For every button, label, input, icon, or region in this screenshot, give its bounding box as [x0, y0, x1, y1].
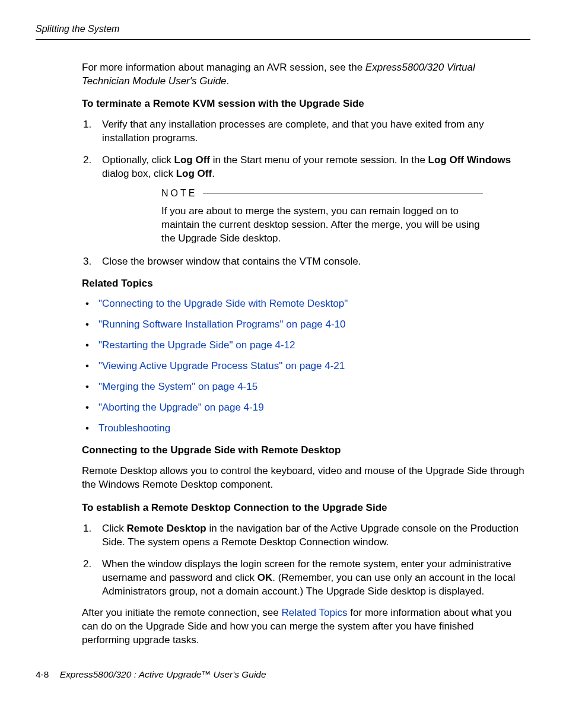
text-fragment: Click [102, 523, 127, 534]
link-merging-system[interactable]: "Merging the System" on page 4-15 [98, 381, 257, 392]
link-running-software-installation[interactable]: "Running Software Installation Programs"… [98, 319, 346, 330]
running-head: Splitting the System [36, 23, 530, 36]
step-text: Optionally, click Log Off in the Start m… [102, 154, 511, 179]
intro-paragraph: For more information about managing an A… [82, 61, 524, 88]
link-connecting-remote-desktop[interactable]: "Connecting to the Upgrade Side with Rem… [98, 298, 348, 309]
list-item: "Running Software Installation Programs"… [82, 318, 524, 332]
step-3: 3. Close the browser window that contain… [82, 255, 524, 269]
step-text: Verify that any installation processes a… [102, 119, 484, 144]
text-bold: OK [257, 572, 273, 583]
text-fragment: in the Start menu of your remote session… [210, 154, 428, 166]
step-2: 2. Optionally, click Log Off in the Star… [82, 154, 524, 245]
note-block: NOTE If you are about to merge the syste… [161, 187, 483, 245]
text-bold: Log Off [176, 168, 212, 179]
intro-prefix: For more information about managing an A… [82, 62, 365, 73]
footer-title: Express5800/320 : Active Upgrade™ User's… [60, 669, 266, 679]
link-aborting-upgrade[interactable]: "Aborting the Upgrade" on page 4-19 [98, 402, 264, 413]
step-text: Close the browser window that contains t… [102, 256, 361, 267]
step-number: 2. [83, 154, 91, 167]
text-fragment: After you initiate the remote connection… [82, 607, 281, 618]
step-2: 2. When the window displays the login sc… [82, 558, 524, 599]
step-1: 1. Verify that any installation processe… [82, 118, 524, 145]
step-text: When the window displays the login scree… [102, 558, 515, 597]
step-number: 3. [83, 255, 91, 269]
text-bold: Remote Desktop [127, 523, 206, 534]
text-fragment: . [212, 168, 215, 179]
steps-establish-rdc: 1. Click Remote Desktop in the navigatio… [82, 522, 524, 599]
closing-paragraph: After you initiate the remote connection… [82, 606, 524, 647]
note-rule [203, 193, 483, 193]
page-footer: 4-8 Express5800/320 : Active Upgrade™ Us… [36, 669, 530, 681]
list-item: "Viewing Active Upgrade Process Status" … [82, 360, 524, 373]
list-item: "Restarting the Upgrade Side" on page 4-… [82, 339, 524, 352]
related-topics-heading: Related Topics [82, 277, 524, 291]
note-text: If you are about to merge the system, yo… [161, 205, 483, 246]
step-text: Click Remote Desktop in the navigation b… [102, 523, 519, 548]
steps-terminate-kvm: 1. Verify that any installation processe… [82, 118, 524, 268]
link-viewing-status[interactable]: "Viewing Active Upgrade Process Status" … [98, 360, 345, 371]
note-label: NOTE [161, 187, 197, 200]
section-heading-establish-rdc: To establish a Remote Desktop Connection… [82, 501, 524, 515]
related-topics-list: "Connecting to the Upgrade Side with Rem… [82, 297, 524, 435]
list-item: Troubleshooting [82, 422, 524, 435]
page-number: 4-8 [36, 669, 49, 679]
section-heading-connecting-remote-desktop: Connecting to the Upgrade Side with Remo… [82, 444, 524, 457]
list-item: "Merging the System" on page 4-15 [82, 380, 524, 394]
section2-intro: Remote Desktop allows you to control the… [82, 465, 524, 492]
link-restarting-upgrade-side[interactable]: "Restarting the Upgrade Side" on page 4-… [98, 339, 295, 351]
intro-suffix: . [227, 75, 230, 87]
text-bold: Log Off [174, 154, 210, 166]
note-label-row: NOTE [161, 187, 483, 200]
text-bold: Log Off Windows [428, 154, 511, 166]
step-1: 1. Click Remote Desktop in the navigatio… [82, 522, 524, 549]
text-fragment: Optionally, click [102, 154, 174, 166]
list-item: "Connecting to the Upgrade Side with Rem… [82, 297, 524, 311]
step-number: 1. [83, 118, 91, 132]
step-number: 1. [83, 522, 91, 536]
top-rule [36, 39, 530, 40]
link-troubleshooting[interactable]: Troubleshooting [98, 422, 170, 434]
step-number: 2. [83, 558, 91, 571]
list-item: "Aborting the Upgrade" on page 4-19 [82, 401, 524, 415]
section-heading-terminate-kvm: To terminate a Remote KVM session with t… [82, 97, 524, 111]
text-fragment: dialog box, click [102, 168, 176, 179]
link-related-topics-inline[interactable]: Related Topics [281, 607, 347, 618]
page-content: For more information about managing an A… [82, 61, 524, 648]
